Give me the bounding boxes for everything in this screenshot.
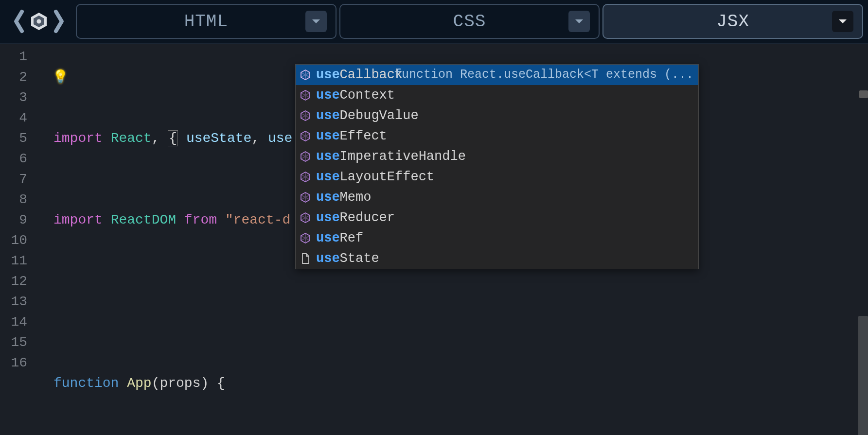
method-icon [300,212,311,224]
autocomplete-label: useState [316,248,379,269]
line-number: 14 [0,312,39,332]
file-icon [300,253,311,264]
autocomplete-item[interactable]: useRef [296,228,698,248]
chevron-down-icon [838,18,848,25]
autocomplete-item[interactable]: useContext [296,85,698,105]
app-logo [5,7,73,36]
autocomplete-item[interactable]: useCallbackfunction React.useCallback<T … [296,65,698,85]
line-number: 5 [0,128,39,149]
line-number: 10 [0,230,39,251]
tab-label: CSS [453,12,486,32]
autocomplete-label: useLayoutEffect [316,167,434,187]
svg-point-2 [37,19,41,24]
autocomplete-item[interactable]: useImperativeHandle [296,146,698,167]
line-gutter: 12345678910111213141516 [0,44,39,435]
line-number: 3 [0,87,39,108]
autocomplete-item[interactable]: useLayoutEffect [296,167,698,187]
lightbulb-icon[interactable]: 💡 [53,67,68,87]
autocomplete-item[interactable]: useMemo [296,187,698,208]
tab-dropdown-button[interactable] [305,11,327,32]
autocomplete-label: useImperativeHandle [316,146,466,167]
line-number: 1 [0,47,39,67]
code-area[interactable]: 💡 import React, { useState, use } from "… [39,44,868,435]
autocomplete-detail: function React.useCallback<T extends (..… [394,65,693,85]
autocomplete-label: useEffect [316,126,387,146]
line-number: 16 [0,353,39,373]
line-number: 2 [0,67,39,87]
tab-label: HTML [184,12,228,32]
autocomplete-label: useCallback [316,65,403,85]
autocomplete-label: useContext [316,85,395,105]
autocomplete-item[interactable]: useDebugValue [296,105,698,126]
autocomplete-popup[interactable]: useCallbackfunction React.useCallback<T … [295,64,699,269]
method-icon [300,191,311,203]
method-icon [300,232,311,244]
line-number: 11 [0,251,39,271]
method-icon [300,130,311,142]
method-icon [300,69,311,81]
line-number: 6 [0,149,39,169]
autocomplete-label: useReducer [316,208,395,228]
code-editor[interactable]: 12345678910111213141516 💡 import React, … [0,44,868,435]
method-icon [300,171,311,183]
chevron-down-icon [574,18,584,25]
method-icon [300,151,311,162]
tab-css[interactable]: CSS [339,4,600,39]
tab-dropdown-button[interactable] [568,11,590,32]
autocomplete-item[interactable]: useState [296,248,698,269]
tab-label: JSX [716,12,749,32]
line-number: 13 [0,292,39,312]
autocomplete-label: useRef [316,228,363,248]
autocomplete-label: useMemo [316,187,371,208]
line-number: 7 [0,169,39,190]
scrollbar-marker[interactable] [859,90,868,98]
chevron-down-icon [311,18,321,25]
line-number: 4 [0,108,39,128]
code-line-4[interactable]: function App(props) { [39,373,868,394]
tab-jsx[interactable]: JSX [602,4,863,39]
autocomplete-label: useDebugValue [316,105,419,126]
tab-dropdown-button[interactable] [832,11,853,32]
code-line-3[interactable] [39,292,868,312]
tab-html[interactable]: HTML [76,4,337,39]
top-bar: HTMLCSSJSX [0,0,868,44]
codesandbox-logo-icon [12,7,66,36]
line-number: 12 [0,271,39,292]
autocomplete-item[interactable]: useReducer [296,208,698,228]
method-icon [300,110,311,122]
autocomplete-item[interactable]: useEffect [296,126,698,146]
line-number: 9 [0,210,39,230]
method-icon [300,89,311,101]
line-number: 15 [0,332,39,353]
scrollbar-thumb[interactable] [858,316,868,435]
line-number: 8 [0,190,39,210]
